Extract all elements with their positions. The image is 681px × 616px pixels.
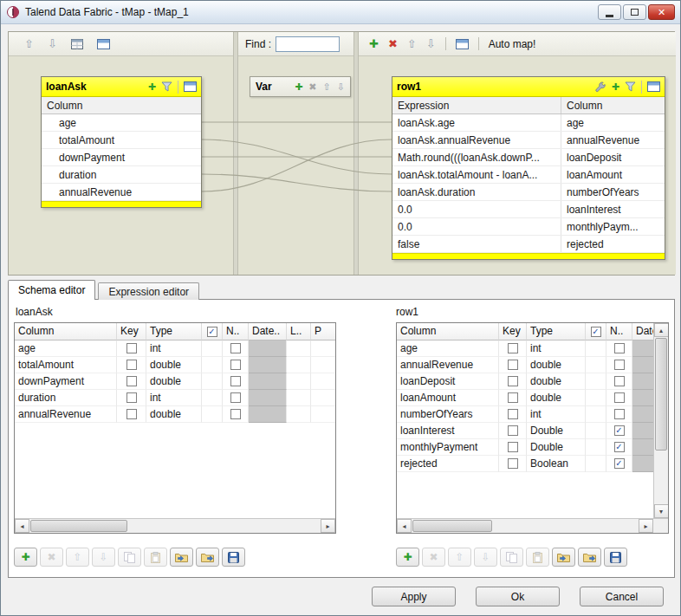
precision-cell[interactable]	[311, 340, 335, 357]
schema-row[interactable]: rejected Boolean ✓	[397, 456, 653, 472]
add-row-button[interactable]: ✚	[396, 548, 419, 567]
output-row[interactable]: 0.0 monthlyPaym...	[392, 218, 665, 236]
ok-button[interactable]: Ok	[476, 587, 560, 606]
schema-column-name[interactable]: rejected	[397, 456, 499, 472]
length-cell[interactable]	[287, 406, 311, 423]
schema-row[interactable]: annualRevenue double	[15, 406, 335, 423]
move-down-button[interactable]: ⇩	[474, 548, 497, 567]
add-column-icon[interactable]: ✚	[612, 81, 619, 93]
precision-cell[interactable]	[311, 357, 335, 373]
output-table-row1[interactable]: row1 ✚ Expression	[392, 76, 665, 260]
import-schema-button[interactable]	[170, 548, 193, 567]
output-row[interactable]: loanAsk.duration numberOfYears	[392, 184, 665, 201]
schema-column-name[interactable]: monthlyPayment	[397, 439, 499, 456]
find-input[interactable]	[276, 36, 340, 52]
nullable-all-checkbox[interactable]: ✓	[591, 327, 601, 337]
output-row[interactable]: 0.0 loanInterest	[392, 201, 665, 218]
expression-cell[interactable]: false	[392, 236, 561, 252]
scrollbar-thumb[interactable]	[412, 520, 492, 532]
scroll-right-arrow[interactable]: ▸	[639, 519, 653, 533]
schema-type[interactable]: double	[146, 406, 202, 423]
var-table[interactable]: Var ✚ ✖ ⇧ ⇩	[250, 76, 351, 97]
length-cell[interactable]	[287, 357, 311, 373]
key-checkbox[interactable]	[508, 458, 518, 469]
key-checkbox[interactable]	[126, 343, 137, 353]
add-column-icon[interactable]: ✚	[148, 81, 156, 93]
expression-cell[interactable]: 0.0	[392, 201, 561, 217]
paste-button[interactable]	[144, 548, 167, 567]
length-cell[interactable]	[287, 340, 311, 357]
schema-column-name[interactable]: annualRevenue	[397, 357, 499, 373]
expression-cell[interactable]: 0.0	[392, 218, 561, 235]
nullable-checkbox[interactable]: ✓	[614, 442, 625, 452]
scroll-down-arrow[interactable]: ▾	[654, 504, 669, 518]
schema-column-name[interactable]: age	[15, 340, 117, 357]
save-schema-button[interactable]	[604, 548, 627, 567]
schema-type[interactable]: Double	[527, 439, 586, 456]
paste-button[interactable]	[526, 548, 549, 567]
apply-button[interactable]: Apply	[372, 587, 456, 606]
schema-row[interactable]: loanDeposit double	[397, 373, 653, 390]
tab-expression-editor[interactable]: Expression editor	[98, 282, 199, 300]
add-row-button[interactable]: ✚	[14, 548, 37, 567]
schema-row[interactable]: age int	[15, 340, 335, 357]
wrench-icon[interactable]	[595, 81, 606, 93]
key-checkbox[interactable]	[508, 425, 518, 436]
filter-icon[interactable]	[625, 81, 636, 92]
input-table-header[interactable]: loanAsk ✚	[42, 77, 201, 97]
schema-type[interactable]: int	[527, 406, 586, 423]
length-cell[interactable]	[287, 373, 311, 390]
key-checkbox[interactable]	[126, 392, 137, 403]
schema-row[interactable]: monthlyPayment Double ✓	[397, 439, 653, 456]
schema-type[interactable]: int	[527, 340, 586, 357]
length-cell[interactable]	[287, 390, 311, 406]
nullable-checkbox[interactable]: ✓	[614, 458, 625, 469]
titlebar[interactable]: Talend Data Fabric - tMap - tMap_1 ✕	[1, 1, 680, 24]
table-icon[interactable]	[71, 39, 83, 49]
output-row[interactable]: Math.round(((loanAsk.downP... loanDeposi…	[392, 149, 665, 166]
key-checkbox[interactable]	[508, 343, 518, 353]
key-checkbox[interactable]	[508, 360, 518, 370]
nullable-checkbox[interactable]	[614, 360, 625, 370]
key-checkbox[interactable]	[508, 392, 518, 403]
precision-cell[interactable]	[311, 390, 335, 406]
key-checkbox[interactable]	[126, 409, 137, 419]
output-row[interactable]: loanAsk.totalAmount - loanA... loanAmoun…	[392, 166, 665, 184]
nullable-checkbox[interactable]	[614, 343, 625, 353]
close-button[interactable]: ✕	[648, 4, 675, 20]
left-schema-header[interactable]: Column Key Type ✓ N.. Date.. L.. P	[15, 323, 335, 340]
minimize-button[interactable]	[598, 4, 621, 20]
precision-cell[interactable]	[311, 373, 335, 390]
automap-button[interactable]: Auto map!	[489, 38, 536, 50]
expression-window-icon[interactable]	[647, 81, 660, 92]
key-checkbox[interactable]	[126, 360, 137, 370]
nullable-checkbox[interactable]	[230, 409, 241, 419]
schema-row[interactable]: totalAmount double	[15, 357, 335, 373]
schema-column-name[interactable]: loanInterest	[397, 423, 499, 439]
expression-cell[interactable]: loanAsk.annualRevenue	[392, 132, 561, 148]
schema-row[interactable]: downPayment double	[15, 373, 335, 390]
remove-output-icon[interactable]: ✖	[388, 38, 398, 49]
schema-type[interactable]: int	[146, 340, 202, 357]
schema-row[interactable]: duration int	[15, 390, 335, 406]
nullable-checkbox[interactable]	[614, 392, 625, 403]
schema-type[interactable]: double	[527, 390, 586, 406]
schema-column-name[interactable]: annualRevenue	[15, 406, 117, 423]
scrollbar-thumb[interactable]	[655, 338, 667, 451]
nullable-checkbox[interactable]	[230, 376, 241, 386]
schema-type[interactable]: Boolean	[527, 456, 586, 472]
move-up-icon[interactable]: ⇧	[323, 81, 331, 93]
nullable-all-checkbox[interactable]: ✓	[207, 327, 217, 337]
cancel-button[interactable]: Cancel	[580, 587, 664, 606]
expression-window-icon[interactable]	[184, 81, 197, 92]
input-row[interactable]: totalAmount	[42, 132, 201, 149]
scroll-left-arrow[interactable]: ◂	[15, 519, 29, 533]
schema-type[interactable]: int	[146, 390, 202, 406]
nullable-checkbox[interactable]	[230, 360, 241, 370]
move-up-icon[interactable]: ⇧	[407, 38, 417, 49]
right-schema-table[interactable]: Column Key Type ✓ N.. Date age int	[396, 322, 669, 534]
key-checkbox[interactable]	[126, 376, 137, 386]
horizontal-scrollbar[interactable]: ◂ ▸	[397, 518, 653, 533]
output-row[interactable]: loanAsk.annualRevenue annualRevenue	[392, 132, 665, 149]
save-schema-button[interactable]	[222, 548, 245, 567]
